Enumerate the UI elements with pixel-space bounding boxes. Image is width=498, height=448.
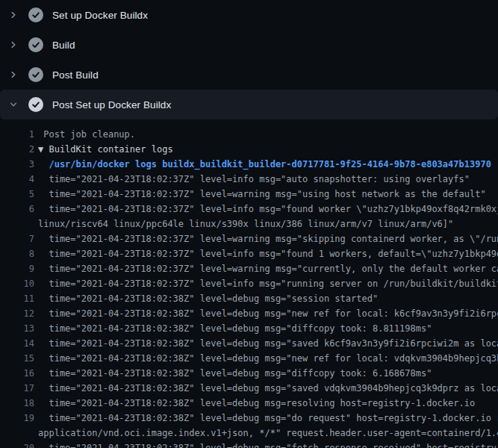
log-line-text: time="2021-04-23T18:02:38Z" level=debug … <box>38 291 378 306</box>
log-line-text: time="2021-04-23T18:02:37Z" level=info m… <box>38 202 498 217</box>
log-line: 13 time="2021-04-23T18:02:38Z" level=deb… <box>6 321 498 336</box>
log-line-text: time="2021-04-23T18:02:38Z" level=debug … <box>38 366 432 381</box>
log-line-text: time="2021-04-23T18:02:38Z" level=debug … <box>38 336 498 351</box>
log-line: 9 time="2021-04-23T18:02:37Z" level=warn… <box>6 261 498 276</box>
chevron-down-icon <box>9 100 18 109</box>
log-line: 5 time="2021-04-23T18:02:37Z" level=warn… <box>6 187 498 202</box>
log-line-text: time="2021-04-23T18:02:37Z" level=warnin… <box>38 261 498 276</box>
log-line-number[interactable]: 17 <box>6 381 34 396</box>
log-line: 8 time="2021-04-23T18:02:37Z" level=info… <box>6 246 498 261</box>
log-line: application/vnd.oci.image.index.v1+json,… <box>6 426 498 441</box>
log-line-text: time="2021-04-23T18:02:37Z" level=warnin… <box>38 187 486 202</box>
log-line-number[interactable]: 4 <box>6 172 34 187</box>
log-line-number[interactable]: 2 <box>6 142 34 157</box>
step-section-row[interactable]: Post Build <box>0 60 498 90</box>
step-title: Build <box>52 40 75 51</box>
log-line: 11 time="2021-04-23T18:02:38Z" level=deb… <box>6 291 498 306</box>
log-line: 1 Post job cleanup. <box>6 127 498 142</box>
chevron-right-icon <box>9 40 18 49</box>
log-line-number[interactable]: 8 <box>6 246 34 261</box>
log-line-text: Post job cleanup. <box>38 127 135 142</box>
log-line: 18 time="2021-04-23T18:02:38Z" level=deb… <box>6 396 498 411</box>
log-line-number[interactable]: 19 <box>6 411 34 426</box>
log-line-number[interactable]: 15 <box>6 351 34 366</box>
log-line-text: time="2021-04-23T18:02:37Z" level=info m… <box>38 276 498 291</box>
check-circle-icon <box>28 97 43 112</box>
log-line: 3 /usr/bin/docker logs buildx_buildkit_b… <box>6 157 498 172</box>
check-circle-icon <box>28 67 43 82</box>
log-line-text: /usr/bin/docker logs buildx_buildkit_bui… <box>38 157 491 172</box>
step-section-row[interactable]: Build <box>0 30 498 60</box>
log-line-number[interactable]: 1 <box>6 127 34 142</box>
step-title: Post Build <box>52 69 99 81</box>
log-line-number[interactable]: 14 <box>6 336 34 351</box>
log-line: 12 time="2021-04-23T18:02:38Z" level=deb… <box>6 306 498 321</box>
log-line-number[interactable]: 3 <box>6 157 34 172</box>
step-section-row[interactable]: Set up Docker Buildx <box>0 0 498 30</box>
log-line: 4 time="2021-04-23T18:02:37Z" level=info… <box>6 172 498 187</box>
log-line-number[interactable]: 18 <box>6 396 34 411</box>
log-line: 16 time="2021-04-23T18:02:38Z" level=deb… <box>6 366 498 381</box>
log-line: 20 time="2021-04-23T18:02:38Z" level=deb… <box>6 441 498 448</box>
log-line: 2 ▼ BuildKit container logs <box>6 142 498 157</box>
step-section-row[interactable]: Post Set up Docker Buildx <box>0 90 498 119</box>
log-line-number[interactable]: 12 <box>6 306 34 321</box>
log-line-text: time="2021-04-23T18:02:37Z" level=info m… <box>38 172 470 187</box>
log-line-number[interactable]: 6 <box>6 202 34 217</box>
log-line-number[interactable] <box>6 217 34 231</box>
log-line: 6 time="2021-04-23T18:02:37Z" level=info… <box>6 202 498 217</box>
log-line: 19 time="2021-04-23T18:02:38Z" level=deb… <box>6 411 498 426</box>
log-panel: 1 Post job cleanup. 2 ▼ BuildKit contain… <box>0 119 498 448</box>
log-line-text: time="2021-04-23T18:02:38Z" level=debug … <box>38 351 498 366</box>
log-line-number[interactable] <box>6 426 34 441</box>
chevron-right-icon <box>9 70 18 79</box>
log-line: 15 time="2021-04-23T18:02:38Z" level=deb… <box>6 351 498 366</box>
log-line-number[interactable]: 13 <box>6 321 34 336</box>
log-line-text: ▼ BuildKit container logs <box>38 142 173 157</box>
log-line-number[interactable]: 16 <box>6 366 34 381</box>
step-title: Set up Docker Buildx <box>52 10 148 21</box>
log-line-text: time="2021-04-23T18:02:38Z" level=debug … <box>38 396 475 411</box>
log-line-number[interactable]: 5 <box>6 187 34 202</box>
log-line-number[interactable]: 10 <box>6 276 34 291</box>
log-line-number[interactable]: 9 <box>6 261 34 276</box>
log-line-text: time="2021-04-23T18:02:37Z" level=info m… <box>38 246 498 261</box>
actions-log-viewer: Set up Docker Buildx Build <box>0 0 498 448</box>
log-line-text: application/vnd.oci.image.index.v1+json,… <box>38 426 498 441</box>
log-line-number[interactable]: 7 <box>6 231 34 246</box>
log-line-text: time="2021-04-23T18:02:38Z" level=debug … <box>38 381 498 396</box>
log-line: 7 time="2021-04-23T18:02:37Z" level=warn… <box>6 231 498 246</box>
check-circle-icon <box>28 37 43 52</box>
chevron-right-icon <box>9 10 18 19</box>
check-circle-icon <box>28 7 43 22</box>
log-line-text: time="2021-04-23T18:02:38Z" level=debug … <box>38 441 498 448</box>
log-line-number[interactable]: 20 <box>6 441 34 448</box>
log-line-text: time="2021-04-23T18:02:38Z" level=debug … <box>38 321 432 336</box>
step-sections: Set up Docker Buildx Build <box>0 0 498 119</box>
log-line: 17 time="2021-04-23T18:02:38Z" level=deb… <box>6 381 498 396</box>
log-line-text: time="2021-04-23T18:02:38Z" level=debug … <box>38 306 498 321</box>
step-title: Post Set up Docker Buildx <box>52 99 171 111</box>
log-line-text: time="2021-04-23T18:02:38Z" level=debug … <box>38 411 498 426</box>
log-line-text: linux/riscv64 linux/ppc64le linux/s390x … <box>38 217 453 231</box>
log-line: 10 time="2021-04-23T18:02:37Z" level=inf… <box>6 276 498 291</box>
log-line: 14 time="2021-04-23T18:02:38Z" level=deb… <box>6 336 498 351</box>
log-line-text: time="2021-04-23T18:02:37Z" level=warnin… <box>38 231 498 246</box>
log-line: linux/riscv64 linux/ppc64le linux/s390x … <box>6 217 498 231</box>
log-line-number[interactable]: 11 <box>6 291 34 306</box>
